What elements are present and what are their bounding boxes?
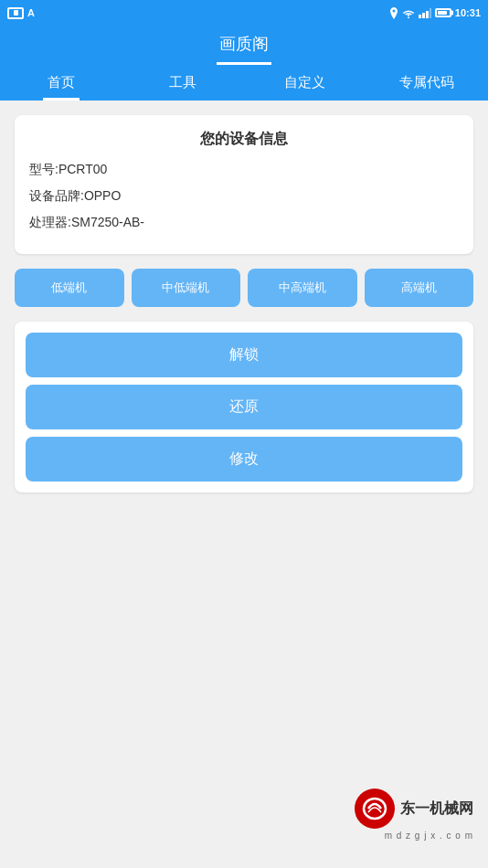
app-header: 画质阁 [0,26,488,65]
tab-bar: 首页 工具 自定义 专属代码 [0,65,488,101]
time-display: 10:31 [455,7,481,18]
restore-button[interactable]: 还原 [26,385,462,429]
app-title: 画质阁 [0,33,488,62]
footer-watermark: 东一机械网 m d z g j x . c o m [355,789,473,841]
footer-brand-name: 东一机械网 [400,799,473,819]
logo-svg [361,796,388,821]
svg-rect-4 [426,11,429,18]
svg-rect-2 [419,15,421,18]
battery-icon [435,8,451,17]
status-bar-left: A [7,7,35,19]
device-card-title: 您的设备信息 [29,130,459,149]
device-type-high[interactable]: 高端机 [365,269,474,307]
app-icon [7,7,24,19]
svg-rect-5 [430,8,431,18]
modify-button[interactable]: 修改 [26,437,462,482]
svg-rect-3 [422,13,425,18]
location-icon [389,7,398,19]
device-type-low[interactable]: 低端机 [15,269,124,307]
unlock-button[interactable]: 解锁 [26,333,462,377]
status-bar-right: 10:31 [389,7,481,19]
wifi-icon [402,8,415,18]
device-type-mid-low[interactable]: 中低端机 [132,269,241,307]
status-a-icon: A [27,7,35,18]
status-bar: A 10:31 [0,0,488,26]
device-processor: 处理器:SM7250-AB- [29,213,459,232]
tab-exclusive-code[interactable]: 专属代码 [366,65,489,101]
footer-logo [355,789,395,829]
main-content: 您的设备信息 型号:PCRT00 设备品牌:OPPO 处理器:SM7250-AB… [0,101,488,507]
tab-custom[interactable]: 自定义 [244,65,366,101]
signal-icon [419,8,431,18]
footer-url: m d z g j x . c o m [385,831,473,841]
device-info-card: 您的设备信息 型号:PCRT00 设备品牌:OPPO 处理器:SM7250-AB… [15,115,473,254]
tab-home[interactable]: 首页 [0,65,122,101]
svg-point-0 [392,9,395,12]
svg-point-6 [364,799,386,819]
device-brand: 设备品牌:OPPO [29,186,459,206]
device-model: 型号:PCRT00 [29,160,459,179]
device-type-mid-high[interactable]: 中高端机 [248,269,357,307]
tab-tools[interactable]: 工具 [122,65,245,101]
action-buttons-container: 解锁 还原 修改 [15,322,473,492]
svg-point-1 [408,16,409,18]
device-type-buttons: 低端机 中低端机 中高端机 高端机 [15,269,473,307]
